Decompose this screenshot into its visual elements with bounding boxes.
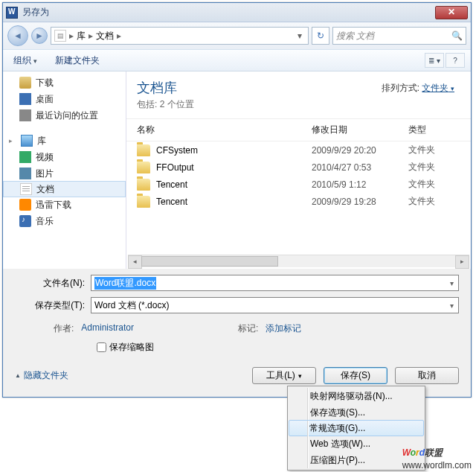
nav-row: ◄ ► ▤ ▸ 库 ▸ 文档 ▸ ▾ ↻ 搜索 文档 🔍 bbox=[3, 22, 471, 49]
save-as-dialog: 另存为 ✕ ◄ ► ▤ ▸ 库 ▸ 文档 ▸ ▾ ↻ 搜索 文档 🔍 组织 新建… bbox=[2, 2, 472, 398]
chevron-right-icon: ▸ bbox=[87, 31, 94, 41]
file-type: 文件夹 bbox=[408, 161, 460, 173]
filename-input[interactable]: Word联盟.docx bbox=[91, 275, 459, 291]
save-thumbnail-checkbox[interactable] bbox=[97, 342, 106, 352]
file-row[interactable]: FFOutput2010/4/27 0:53文件夹 bbox=[126, 159, 471, 176]
column-headers[interactable]: 名称 修改日期 类型 bbox=[126, 118, 471, 141]
file-date: 2010/5/9 1:12 bbox=[312, 179, 408, 190]
file-type: 文件夹 bbox=[408, 178, 460, 191]
file-row[interactable]: Tencent2010/5/9 1:12文件夹 bbox=[126, 176, 471, 193]
document-icon bbox=[20, 183, 32, 195]
menu-map-drive[interactable]: 映射网络驱动器(N)... bbox=[289, 388, 423, 404]
word-app-icon bbox=[6, 7, 18, 19]
video-icon bbox=[19, 151, 31, 163]
tags-value[interactable]: 添加标记 bbox=[266, 322, 301, 335]
author-label: 作者: bbox=[54, 322, 74, 335]
breadcrumb-root[interactable]: 库 bbox=[77, 30, 86, 42]
view-mode-button[interactable]: ≣ ▾ bbox=[425, 53, 444, 68]
file-name: Tencent bbox=[156, 179, 312, 190]
library-icon bbox=[21, 135, 33, 147]
arrange-by: 排列方式: 文件夹 bbox=[382, 82, 454, 95]
savetype-label: 保存类型(T): bbox=[9, 299, 91, 312]
desktop-icon bbox=[19, 93, 31, 105]
nav-videos[interactable]: 视频 bbox=[3, 149, 126, 165]
watermark: Word联盟 www.wordlm.com bbox=[402, 441, 472, 471]
form-area: 文件名(N): Word联盟.docx 保存类型(T): Word 文档 (*.… bbox=[3, 269, 471, 360]
save-button[interactable]: 保存(S) bbox=[324, 367, 387, 384]
save-thumbnail-label: 保存缩略图 bbox=[109, 341, 154, 354]
file-date: 2009/9/29 19:28 bbox=[312, 197, 408, 207]
file-date: 2009/9/29 20:20 bbox=[312, 145, 408, 156]
nav-thunder[interactable]: 迅雷下载 bbox=[3, 197, 126, 213]
file-name: Tencent bbox=[156, 197, 312, 207]
new-folder-button[interactable]: 新建文件夹 bbox=[51, 51, 104, 70]
watermark-url: www.wordlm.com bbox=[402, 460, 472, 471]
file-date: 2010/4/27 0:53 bbox=[312, 162, 408, 173]
folder-icon bbox=[137, 162, 150, 173]
menu-save-options[interactable]: 保存选项(S)... bbox=[289, 404, 423, 421]
folder-icon bbox=[137, 196, 150, 208]
tools-button[interactable]: 工具(L) bbox=[252, 367, 316, 384]
navigation-pane[interactable]: 下载 桌面 最近访问的位置 库 视频 图片 文档 迅雷下载 音乐 bbox=[3, 71, 126, 269]
file-name: CFSystem bbox=[156, 145, 312, 156]
organize-button[interactable]: 组织 bbox=[9, 51, 42, 70]
picture-icon bbox=[19, 168, 31, 179]
scrollbar-thumb[interactable] bbox=[141, 256, 278, 267]
arrange-by-link[interactable]: 文件夹 bbox=[422, 83, 454, 93]
refresh-button[interactable]: ↻ bbox=[312, 27, 329, 45]
help-button[interactable]: ? bbox=[446, 53, 465, 68]
folder-icon bbox=[137, 179, 150, 191]
file-row[interactable]: Tencent2009/9/29 19:28文件夹 bbox=[126, 193, 471, 210]
search-icon: 🔍 bbox=[451, 31, 463, 41]
file-list-pane: 文档库 包括: 2 个位置 排列方式: 文件夹 名称 修改日期 类型 CFSys… bbox=[126, 71, 471, 269]
file-type: 文件夹 bbox=[408, 195, 460, 208]
breadcrumb-current[interactable]: 文档 bbox=[96, 30, 114, 42]
close-button[interactable]: ✕ bbox=[435, 6, 468, 19]
file-name: FFOutput bbox=[156, 162, 312, 173]
savetype-select[interactable]: Word 文档 (*.docx) bbox=[91, 297, 459, 313]
file-row[interactable]: CFSystem2009/9/29 20:20文件夹 bbox=[126, 141, 471, 159]
author-value[interactable]: Administrator bbox=[81, 322, 134, 335]
cancel-button[interactable]: 取消 bbox=[395, 367, 459, 384]
chevron-right-icon: ▸ bbox=[68, 31, 75, 41]
file-type: 文件夹 bbox=[408, 144, 460, 156]
chevron-right-icon: ▸ bbox=[115, 31, 123, 41]
folder-icon bbox=[137, 144, 150, 156]
breadcrumb-dropdown-icon[interactable]: ▾ bbox=[295, 31, 305, 41]
recent-icon bbox=[19, 109, 31, 121]
nav-downloads[interactable]: 下载 bbox=[3, 74, 126, 91]
toolbar: 组织 新建文件夹 ≣ ▾ ? bbox=[3, 49, 471, 71]
nav-libraries[interactable]: 库 bbox=[3, 133, 126, 149]
nav-music[interactable]: 音乐 bbox=[3, 213, 126, 229]
hide-folders-link[interactable]: 隐藏文件夹 bbox=[15, 369, 68, 382]
forward-button[interactable]: ► bbox=[31, 28, 48, 44]
filename-label: 文件名(N): bbox=[9, 277, 91, 290]
titlebar[interactable]: 另存为 ✕ bbox=[3, 3, 471, 22]
breadcrumb[interactable]: ▤ ▸ 库 ▸ 文档 ▸ ▾ bbox=[51, 27, 309, 45]
window-title: 另存为 bbox=[22, 6, 435, 19]
tags-label: 标记: bbox=[238, 322, 258, 335]
horizontal-scrollbar[interactable] bbox=[128, 255, 469, 267]
nav-recent[interactable]: 最近访问的位置 bbox=[3, 107, 126, 124]
nav-desktop[interactable]: 桌面 bbox=[3, 91, 126, 107]
nav-documents[interactable]: 文档 bbox=[3, 181, 126, 197]
downloads-icon bbox=[19, 77, 31, 89]
search-input[interactable]: 搜索 文档 🔍 bbox=[332, 27, 466, 45]
col-type[interactable]: 类型 bbox=[408, 124, 460, 136]
thunder-icon bbox=[19, 199, 31, 211]
search-placeholder: 搜索 文档 bbox=[336, 30, 374, 42]
music-icon bbox=[19, 215, 31, 227]
view-buttons: ≣ ▾ ? bbox=[425, 53, 465, 68]
col-name[interactable]: 名称 bbox=[137, 124, 312, 136]
nav-pictures[interactable]: 图片 bbox=[3, 165, 126, 182]
menu-general-options[interactable]: 常规选项(G)... bbox=[289, 420, 424, 436]
document-icon: ▤ bbox=[54, 30, 66, 42]
col-date[interactable]: 修改日期 bbox=[312, 124, 408, 136]
library-subtitle: 包括: 2 个位置 bbox=[137, 98, 460, 111]
back-button[interactable]: ◄ bbox=[7, 25, 28, 46]
